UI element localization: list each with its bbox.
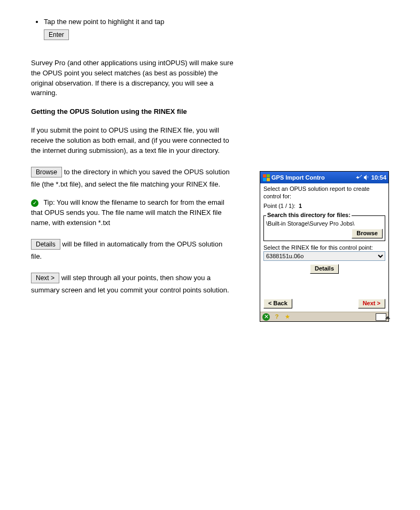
tip-text: Tip: You will know the filename to searc…	[31, 198, 224, 227]
command-bar: ✕ ? ★	[260, 312, 388, 321]
point-label: Point (1 / 1):	[263, 203, 295, 209]
search-directory-group: Search this directory for files: \Built-…	[263, 212, 385, 241]
rinex-label: Select the RINEX file for this control p…	[263, 244, 385, 252]
start-icon[interactable]	[262, 174, 270, 181]
help-icon[interactable]: ?	[273, 313, 281, 321]
next-instruction: will step through all your points, then …	[31, 274, 229, 294]
checkmark-icon: ✓	[31, 199, 38, 207]
titlebar-text: GPS Import Contro	[271, 172, 325, 183]
search-directory-legend: Search this directory for files:	[266, 212, 352, 219]
details-chip: Details	[31, 239, 60, 250]
paragraph-rinex-info: If you submit the point to OPUS using th…	[31, 126, 234, 156]
browse-chip: Browse	[31, 167, 62, 177]
paragraph-discrepancy: Survey Pro (and other applications using…	[31, 58, 234, 98]
screenshot-device: GPS Import Contro 10:54 Select an OPUS s…	[260, 171, 389, 322]
keyboard-icon[interactable]	[376, 313, 386, 321]
details-button[interactable]: Details	[310, 264, 339, 274]
titlebar: GPS Import Contro 10:54	[260, 172, 388, 183]
connectivity-icon[interactable]	[355, 174, 362, 181]
star-icon[interactable]: ★	[284, 313, 291, 321]
browse-button[interactable]: Browse	[352, 229, 383, 238]
next-chip: Next >	[31, 273, 59, 283]
heading-opus-rinex: Getting the OPUS Solution using the RINE…	[31, 107, 187, 115]
next-button[interactable]: Next >	[358, 299, 385, 308]
point-value: 1	[299, 203, 302, 209]
back-button[interactable]: < Back	[263, 299, 292, 308]
rinex-file-select[interactable]: 6388151u.06o	[263, 251, 385, 261]
instruction-text: Select an OPUS solution report to create…	[263, 186, 385, 200]
directory-path: \Built-in Storage\Survey Pro Jobs\	[266, 220, 383, 228]
enter-button-chip: Enter	[44, 29, 69, 40]
volume-icon[interactable]	[363, 174, 370, 181]
bullet-instruction: Tap the new point to highlight it and ta…	[44, 18, 165, 26]
titlebar-clock: 10:54	[371, 172, 386, 183]
close-icon[interactable]: ✕	[262, 313, 270, 321]
